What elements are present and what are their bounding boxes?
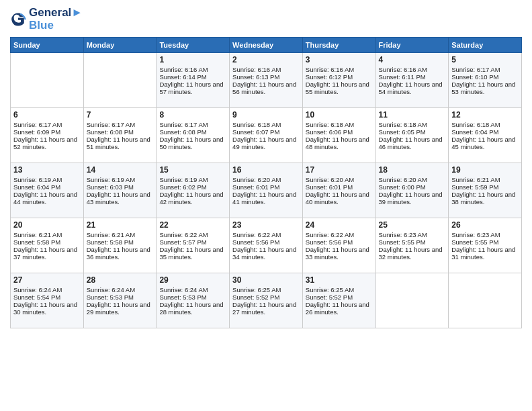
sunrise: Sunrise: 6:23 AM <box>451 231 500 238</box>
day-number: 20 <box>13 220 81 230</box>
calendar-cell: 14 Sunrise: 6:19 AM Sunset: 6:03 PM Dayl… <box>83 163 157 218</box>
sunrise: Sunrise: 6:17 AM <box>87 121 135 128</box>
sunset: Sunset: 5:52 PM <box>306 293 353 301</box>
sunrise: Sunrise: 6:20 AM <box>232 176 281 183</box>
day-number: 19 <box>451 165 519 175</box>
day-number: 10 <box>306 110 373 120</box>
calendar-cell: 11 Sunrise: 6:18 AM Sunset: 6:05 PM Dayl… <box>375 108 449 163</box>
daylight: Daylight: 11 hours and 48 minutes. <box>306 136 369 150</box>
daylight: Daylight: 11 hours and 29 minutes. <box>87 301 150 316</box>
calendar-cell: 19 Sunrise: 6:21 AM Sunset: 5:59 PM Dayl… <box>449 163 522 218</box>
calendar-cell: 23 Sunrise: 6:22 AM Sunset: 5:56 PM Dayl… <box>230 218 303 273</box>
day-number: 28 <box>87 275 154 285</box>
daylight: Daylight: 11 hours and 43 minutes. <box>87 191 150 205</box>
sunrise: Sunrise: 6:25 AM <box>232 286 281 293</box>
logo-icon <box>10 11 26 28</box>
sunset: Sunset: 6:04 PM <box>451 128 498 136</box>
calendar-cell: 5 Sunrise: 6:17 AM Sunset: 6:10 PM Dayli… <box>449 53 522 108</box>
sunset: Sunset: 6:11 PM <box>379 73 426 81</box>
calendar-cell <box>375 273 449 328</box>
daylight: Daylight: 11 hours and 26 minutes. <box>306 301 369 316</box>
day-number: 12 <box>451 110 519 120</box>
sunset: Sunset: 5:58 PM <box>87 238 134 246</box>
day-number: 2 <box>232 55 300 64</box>
calendar-cell: 30 Sunrise: 6:25 AM Sunset: 5:52 PM Dayl… <box>230 273 303 328</box>
day-of-week-header: Thursday <box>302 38 375 53</box>
sunset: Sunset: 6:12 PM <box>306 73 353 81</box>
calendar-cell: 26 Sunrise: 6:23 AM Sunset: 5:55 PM Dayl… <box>449 218 522 273</box>
sunrise: Sunrise: 6:17 AM <box>13 121 62 128</box>
daylight: Daylight: 11 hours and 27 minutes. <box>232 301 296 316</box>
daylight: Daylight: 11 hours and 38 minutes. <box>451 191 515 205</box>
daylight: Daylight: 11 hours and 34 minutes. <box>232 246 296 261</box>
sunrise: Sunrise: 6:22 AM <box>159 231 208 238</box>
sunset: Sunset: 6:01 PM <box>306 183 353 191</box>
daylight: Daylight: 11 hours and 41 minutes. <box>232 191 296 205</box>
sunset: Sunset: 5:53 PM <box>87 293 134 301</box>
daylight: Daylight: 11 hours and 36 minutes. <box>87 246 150 261</box>
day-number: 18 <box>379 165 446 175</box>
day-number: 31 <box>306 275 373 285</box>
sunrise: Sunrise: 6:21 AM <box>451 176 500 183</box>
daylight: Daylight: 11 hours and 56 minutes. <box>232 81 296 95</box>
calendar-cell: 9 Sunrise: 6:18 AM Sunset: 6:07 PM Dayli… <box>230 108 303 163</box>
calendar-cell: 13 Sunrise: 6:19 AM Sunset: 6:04 PM Dayl… <box>11 163 84 218</box>
sunset: Sunset: 6:07 PM <box>232 128 279 136</box>
sunrise: Sunrise: 6:19 AM <box>159 176 208 183</box>
calendar-table: SundayMondayTuesdayWednesdayThursdayFrid… <box>10 37 522 328</box>
day-number: 25 <box>379 220 446 230</box>
calendar-cell: 25 Sunrise: 6:23 AM Sunset: 5:55 PM Dayl… <box>375 218 449 273</box>
sunset: Sunset: 6:10 PM <box>451 73 498 81</box>
sunrise: Sunrise: 6:20 AM <box>379 176 427 183</box>
calendar-cell: 10 Sunrise: 6:18 AM Sunset: 6:06 PM Dayl… <box>302 108 375 163</box>
daylight: Daylight: 11 hours and 40 minutes. <box>306 191 369 205</box>
day-number: 17 <box>306 165 373 175</box>
sunset: Sunset: 5:57 PM <box>159 238 206 246</box>
sunrise: Sunrise: 6:24 AM <box>87 286 135 293</box>
logo-text: General► Blue <box>29 7 83 32</box>
day-number: 27 <box>13 275 81 285</box>
sunset: Sunset: 5:56 PM <box>232 238 279 246</box>
calendar-cell: 24 Sunrise: 6:22 AM Sunset: 5:56 PM Dayl… <box>302 218 375 273</box>
calendar-cell: 3 Sunrise: 6:16 AM Sunset: 6:12 PM Dayli… <box>302 53 375 108</box>
day-number: 29 <box>159 275 226 285</box>
sunrise: Sunrise: 6:16 AM <box>379 66 427 73</box>
calendar-cell: 7 Sunrise: 6:17 AM Sunset: 6:08 PM Dayli… <box>83 108 157 163</box>
calendar-cell: 22 Sunrise: 6:22 AM Sunset: 5:57 PM Dayl… <box>157 218 230 273</box>
day-number: 8 <box>159 110 226 120</box>
calendar-cell: 6 Sunrise: 6:17 AM Sunset: 6:09 PM Dayli… <box>11 108 84 163</box>
day-of-week-header: Saturday <box>449 38 522 53</box>
calendar-cell: 16 Sunrise: 6:20 AM Sunset: 6:01 PM Dayl… <box>230 163 303 218</box>
calendar-cell: 8 Sunrise: 6:17 AM Sunset: 6:08 PM Dayli… <box>157 108 230 163</box>
sunset: Sunset: 6:09 PM <box>13 128 60 136</box>
day-number: 16 <box>232 165 300 175</box>
sunset: Sunset: 5:59 PM <box>451 183 498 191</box>
day-number: 22 <box>159 220 226 230</box>
sunrise: Sunrise: 6:16 AM <box>159 66 208 73</box>
sunrise: Sunrise: 6:17 AM <box>451 66 500 73</box>
sunrise: Sunrise: 6:20 AM <box>306 176 354 183</box>
sunrise: Sunrise: 6:19 AM <box>87 176 135 183</box>
sunset: Sunset: 6:04 PM <box>13 183 60 191</box>
calendar-cell: 31 Sunrise: 6:25 AM Sunset: 5:52 PM Dayl… <box>302 273 375 328</box>
calendar-cell <box>449 273 522 328</box>
calendar-cell: 1 Sunrise: 6:16 AM Sunset: 6:14 PM Dayli… <box>157 53 230 108</box>
sunset: Sunset: 5:55 PM <box>379 238 426 246</box>
sunset: Sunset: 5:58 PM <box>13 238 60 246</box>
day-number: 4 <box>379 55 446 64</box>
sunrise: Sunrise: 6:16 AM <box>306 66 354 73</box>
sunset: Sunset: 6:13 PM <box>232 73 279 81</box>
day-number: 3 <box>306 55 373 64</box>
daylight: Daylight: 11 hours and 52 minutes. <box>13 136 77 150</box>
daylight: Daylight: 11 hours and 39 minutes. <box>379 191 443 205</box>
day-number: 21 <box>87 220 154 230</box>
sunset: Sunset: 6:05 PM <box>379 128 426 136</box>
daylight: Daylight: 11 hours and 50 minutes. <box>159 136 223 150</box>
calendar-cell: 17 Sunrise: 6:20 AM Sunset: 6:01 PM Dayl… <box>302 163 375 218</box>
sunrise: Sunrise: 6:21 AM <box>87 231 135 238</box>
calendar-cell: 21 Sunrise: 6:21 AM Sunset: 5:58 PM Dayl… <box>83 218 157 273</box>
sunrise: Sunrise: 6:25 AM <box>306 286 354 293</box>
sunrise: Sunrise: 6:18 AM <box>379 121 427 128</box>
day-number: 9 <box>232 110 300 120</box>
daylight: Daylight: 11 hours and 54 minutes. <box>379 81 443 95</box>
